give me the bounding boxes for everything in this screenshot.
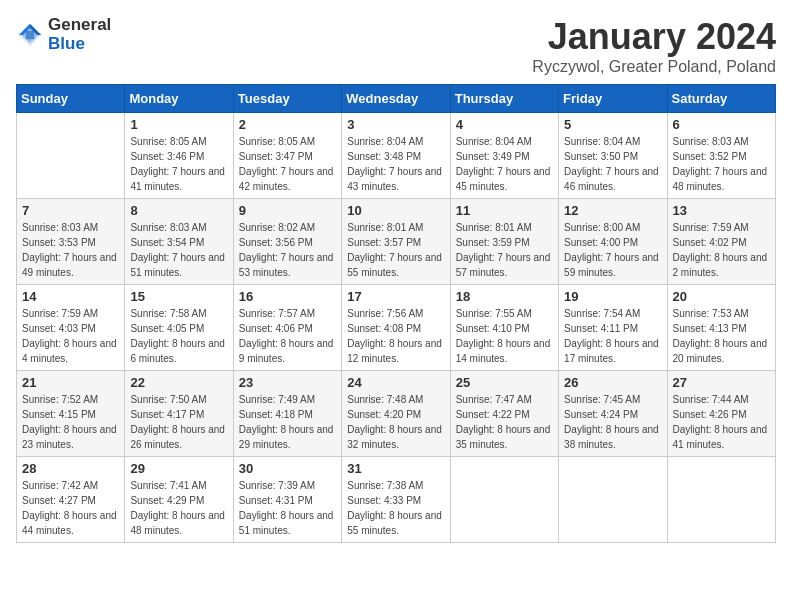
calendar-day-cell: 2Sunrise: 8:05 AMSunset: 3:47 PMDaylight… — [233, 113, 341, 199]
calendar-day-cell — [559, 457, 667, 543]
calendar-day-cell: 22Sunrise: 7:50 AMSunset: 4:17 PMDayligh… — [125, 371, 233, 457]
day-number: 14 — [22, 289, 119, 304]
day-number: 28 — [22, 461, 119, 476]
calendar-day-cell: 23Sunrise: 7:49 AMSunset: 4:18 PMDayligh… — [233, 371, 341, 457]
calendar-weekday-header: Thursday — [450, 85, 558, 113]
calendar-table: SundayMondayTuesdayWednesdayThursdayFrid… — [16, 84, 776, 543]
day-number: 19 — [564, 289, 661, 304]
calendar-weekday-header: Wednesday — [342, 85, 450, 113]
day-number: 27 — [673, 375, 770, 390]
calendar-day-cell: 8Sunrise: 8:03 AMSunset: 3:54 PMDaylight… — [125, 199, 233, 285]
calendar-week-row: 28Sunrise: 7:42 AMSunset: 4:27 PMDayligh… — [17, 457, 776, 543]
day-number: 3 — [347, 117, 444, 132]
logo-blue: Blue — [48, 35, 111, 54]
calendar-day-cell — [17, 113, 125, 199]
calendar-day-cell: 6Sunrise: 8:03 AMSunset: 3:52 PMDaylight… — [667, 113, 775, 199]
calendar-day-cell: 28Sunrise: 7:42 AMSunset: 4:27 PMDayligh… — [17, 457, 125, 543]
calendar-week-row: 21Sunrise: 7:52 AMSunset: 4:15 PMDayligh… — [17, 371, 776, 457]
calendar-day-cell: 30Sunrise: 7:39 AMSunset: 4:31 PMDayligh… — [233, 457, 341, 543]
calendar-day-cell: 26Sunrise: 7:45 AMSunset: 4:24 PMDayligh… — [559, 371, 667, 457]
calendar-day-cell: 4Sunrise: 8:04 AMSunset: 3:49 PMDaylight… — [450, 113, 558, 199]
day-info: Sunrise: 7:42 AMSunset: 4:27 PMDaylight:… — [22, 478, 119, 538]
day-number: 8 — [130, 203, 227, 218]
day-number: 30 — [239, 461, 336, 476]
calendar-day-cell: 25Sunrise: 7:47 AMSunset: 4:22 PMDayligh… — [450, 371, 558, 457]
calendar-day-cell — [667, 457, 775, 543]
day-number: 22 — [130, 375, 227, 390]
day-number: 7 — [22, 203, 119, 218]
day-number: 16 — [239, 289, 336, 304]
day-number: 2 — [239, 117, 336, 132]
day-number: 24 — [347, 375, 444, 390]
page-header: General Blue January 2024 Ryczywol, Grea… — [16, 16, 776, 76]
day-info: Sunrise: 7:39 AMSunset: 4:31 PMDaylight:… — [239, 478, 336, 538]
day-info: Sunrise: 8:00 AMSunset: 4:00 PMDaylight:… — [564, 220, 661, 280]
day-number: 31 — [347, 461, 444, 476]
day-info: Sunrise: 8:04 AMSunset: 3:49 PMDaylight:… — [456, 134, 553, 194]
calendar-day-cell: 11Sunrise: 8:01 AMSunset: 3:59 PMDayligh… — [450, 199, 558, 285]
calendar-day-cell — [450, 457, 558, 543]
calendar-day-cell: 17Sunrise: 7:56 AMSunset: 4:08 PMDayligh… — [342, 285, 450, 371]
day-number: 17 — [347, 289, 444, 304]
calendar-day-cell: 1Sunrise: 8:05 AMSunset: 3:46 PMDaylight… — [125, 113, 233, 199]
day-info: Sunrise: 8:01 AMSunset: 3:59 PMDaylight:… — [456, 220, 553, 280]
calendar-day-cell: 7Sunrise: 8:03 AMSunset: 3:53 PMDaylight… — [17, 199, 125, 285]
day-number: 9 — [239, 203, 336, 218]
day-number: 26 — [564, 375, 661, 390]
calendar-day-cell: 15Sunrise: 7:58 AMSunset: 4:05 PMDayligh… — [125, 285, 233, 371]
day-info: Sunrise: 8:04 AMSunset: 3:48 PMDaylight:… — [347, 134, 444, 194]
day-info: Sunrise: 7:58 AMSunset: 4:05 PMDaylight:… — [130, 306, 227, 366]
day-info: Sunrise: 7:59 AMSunset: 4:03 PMDaylight:… — [22, 306, 119, 366]
calendar-day-cell: 31Sunrise: 7:38 AMSunset: 4:33 PMDayligh… — [342, 457, 450, 543]
day-info: Sunrise: 8:05 AMSunset: 3:47 PMDaylight:… — [239, 134, 336, 194]
day-info: Sunrise: 7:38 AMSunset: 4:33 PMDaylight:… — [347, 478, 444, 538]
svg-marker-2 — [26, 30, 34, 38]
calendar-weekday-header: Friday — [559, 85, 667, 113]
day-number: 13 — [673, 203, 770, 218]
day-info: Sunrise: 8:04 AMSunset: 3:50 PMDaylight:… — [564, 134, 661, 194]
calendar-day-cell: 19Sunrise: 7:54 AMSunset: 4:11 PMDayligh… — [559, 285, 667, 371]
day-number: 5 — [564, 117, 661, 132]
day-info: Sunrise: 7:50 AMSunset: 4:17 PMDaylight:… — [130, 392, 227, 452]
calendar-day-cell: 3Sunrise: 8:04 AMSunset: 3:48 PMDaylight… — [342, 113, 450, 199]
day-info: Sunrise: 8:03 AMSunset: 3:53 PMDaylight:… — [22, 220, 119, 280]
day-number: 4 — [456, 117, 553, 132]
day-info: Sunrise: 7:44 AMSunset: 4:26 PMDaylight:… — [673, 392, 770, 452]
calendar-day-cell: 14Sunrise: 7:59 AMSunset: 4:03 PMDayligh… — [17, 285, 125, 371]
day-number: 25 — [456, 375, 553, 390]
day-info: Sunrise: 8:02 AMSunset: 3:56 PMDaylight:… — [239, 220, 336, 280]
calendar-weekday-header: Sunday — [17, 85, 125, 113]
calendar-weekday-header: Monday — [125, 85, 233, 113]
day-info: Sunrise: 7:55 AMSunset: 4:10 PMDaylight:… — [456, 306, 553, 366]
day-info: Sunrise: 7:53 AMSunset: 4:13 PMDaylight:… — [673, 306, 770, 366]
day-info: Sunrise: 7:41 AMSunset: 4:29 PMDaylight:… — [130, 478, 227, 538]
calendar-week-row: 14Sunrise: 7:59 AMSunset: 4:03 PMDayligh… — [17, 285, 776, 371]
calendar-day-cell: 12Sunrise: 8:00 AMSunset: 4:00 PMDayligh… — [559, 199, 667, 285]
calendar-day-cell: 20Sunrise: 7:53 AMSunset: 4:13 PMDayligh… — [667, 285, 775, 371]
day-info: Sunrise: 8:01 AMSunset: 3:57 PMDaylight:… — [347, 220, 444, 280]
logo-general: General — [48, 16, 111, 35]
day-info: Sunrise: 8:03 AMSunset: 3:54 PMDaylight:… — [130, 220, 227, 280]
day-number: 10 — [347, 203, 444, 218]
day-info: Sunrise: 7:48 AMSunset: 4:20 PMDaylight:… — [347, 392, 444, 452]
day-number: 23 — [239, 375, 336, 390]
calendar-weekday-header: Saturday — [667, 85, 775, 113]
day-info: Sunrise: 8:05 AMSunset: 3:46 PMDaylight:… — [130, 134, 227, 194]
calendar-day-cell: 9Sunrise: 8:02 AMSunset: 3:56 PMDaylight… — [233, 199, 341, 285]
day-info: Sunrise: 7:57 AMSunset: 4:06 PMDaylight:… — [239, 306, 336, 366]
location-subtitle: Ryczywol, Greater Poland, Poland — [532, 58, 776, 76]
day-number: 18 — [456, 289, 553, 304]
calendar-day-cell: 29Sunrise: 7:41 AMSunset: 4:29 PMDayligh… — [125, 457, 233, 543]
calendar-week-row: 1Sunrise: 8:05 AMSunset: 3:46 PMDaylight… — [17, 113, 776, 199]
logo-text-group: General Blue — [48, 16, 111, 53]
day-info: Sunrise: 7:49 AMSunset: 4:18 PMDaylight:… — [239, 392, 336, 452]
calendar-day-cell: 21Sunrise: 7:52 AMSunset: 4:15 PMDayligh… — [17, 371, 125, 457]
day-info: Sunrise: 7:59 AMSunset: 4:02 PMDaylight:… — [673, 220, 770, 280]
calendar-day-cell: 10Sunrise: 8:01 AMSunset: 3:57 PMDayligh… — [342, 199, 450, 285]
day-info: Sunrise: 7:56 AMSunset: 4:08 PMDaylight:… — [347, 306, 444, 366]
calendar-header-row: SundayMondayTuesdayWednesdayThursdayFrid… — [17, 85, 776, 113]
day-info: Sunrise: 7:45 AMSunset: 4:24 PMDaylight:… — [564, 392, 661, 452]
day-info: Sunrise: 7:54 AMSunset: 4:11 PMDaylight:… — [564, 306, 661, 366]
calendar-day-cell: 24Sunrise: 7:48 AMSunset: 4:20 PMDayligh… — [342, 371, 450, 457]
day-info: Sunrise: 7:47 AMSunset: 4:22 PMDaylight:… — [456, 392, 553, 452]
